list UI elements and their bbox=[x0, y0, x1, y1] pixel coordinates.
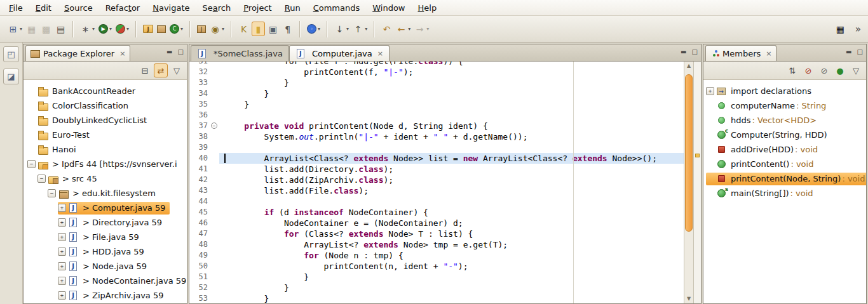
tree-item[interactable]: +J> ZipArchiv.java 59 bbox=[24, 288, 187, 303]
overview-ruler[interactable] bbox=[693, 62, 701, 303]
code-text[interactable]: private void printContent(Node d, String… bbox=[219, 121, 684, 131]
hide-static-button[interactable]: ⊘ bbox=[817, 63, 831, 77]
collapse-all-button[interactable]: ⊟ bbox=[138, 63, 152, 77]
maximize-button[interactable]: □ bbox=[692, 48, 698, 55]
hide-nonpublic-button[interactable]: ● bbox=[833, 63, 847, 77]
maximize-button[interactable]: □ bbox=[178, 48, 184, 55]
code-text[interactable]: } bbox=[219, 293, 684, 303]
perspective-button[interactable]: ▦ bbox=[834, 22, 847, 36]
expand-expander-icon[interactable]: + bbox=[706, 87, 714, 95]
dropdown-caret-icon[interactable]: ▾ bbox=[408, 26, 410, 32]
view-menu-button[interactable]: ▽ bbox=[170, 63, 184, 77]
code-text[interactable]: printContent(n, ident + "-"); bbox=[219, 261, 684, 272]
code-text[interactable]: for (Node n : tmp) { bbox=[219, 250, 684, 261]
minimize-button[interactable]: ▬ bbox=[846, 48, 851, 55]
fast-view-button[interactable]: ◪ bbox=[3, 69, 19, 84]
menu-refactor[interactable]: Refactor bbox=[99, 1, 147, 15]
menu-help[interactable]: Help bbox=[412, 1, 444, 15]
next-annotation-button[interactable]: ↓▾ bbox=[333, 22, 350, 36]
tree-item[interactable]: +J> File.java 59 bbox=[24, 230, 187, 244]
dropdown-caret-icon[interactable]: ▾ bbox=[426, 26, 429, 32]
member-item[interactable]: +import declarations bbox=[703, 84, 866, 98]
member-item[interactable]: cComputer(String, HDD) bbox=[703, 128, 866, 142]
scroll-up-arrow-icon[interactable]: ▲ bbox=[684, 62, 693, 70]
tree-item[interactable]: −> IpdFs 44 [https://svnserver.i bbox=[24, 157, 187, 171]
collapse-expander-icon[interactable]: − bbox=[48, 189, 56, 197]
block-selection-button[interactable]: ▣ bbox=[266, 22, 280, 36]
code-text[interactable] bbox=[219, 110, 684, 121]
member-item[interactable]: computerName : String bbox=[703, 98, 866, 113]
back-button[interactable]: ←▾ bbox=[395, 22, 412, 36]
collapse-fold-icon[interactable]: − bbox=[211, 122, 217, 129]
tree-item[interactable]: +J> Directory.java 59 bbox=[24, 215, 187, 230]
dropdown-caret-icon[interactable]: ▾ bbox=[109, 26, 112, 32]
code-text[interactable]: } bbox=[219, 77, 684, 88]
menu-source[interactable]: Source bbox=[58, 1, 99, 15]
code-text[interactable]: list.add(Directory.class); bbox=[219, 164, 684, 175]
package-explorer-tab[interactable]: Package Explorer × bbox=[25, 45, 130, 61]
scrollbar-thumb[interactable] bbox=[685, 74, 693, 232]
minimize-button[interactable]: ▬ bbox=[166, 48, 172, 55]
member-item[interactable]: smain(String[]) : void bbox=[703, 186, 866, 201]
print-button[interactable]: ▤ bbox=[54, 22, 67, 36]
menu-run[interactable]: Run bbox=[278, 1, 307, 15]
tree-item[interactable]: +J> NodeContainer.java 59 bbox=[24, 274, 187, 288]
collapse-expander-icon[interactable]: − bbox=[27, 160, 36, 168]
restore-trimmed-view-button[interactable]: ◰ bbox=[3, 46, 19, 62]
tree-item[interactable]: +J> HDD.java 59 bbox=[24, 244, 187, 259]
member-item[interactable]: printContent(Node, String) : void bbox=[703, 171, 866, 186]
expand-expander-icon[interactable]: + bbox=[58, 248, 66, 256]
java-search-button[interactable]: ◉▾ bbox=[208, 22, 226, 36]
dropdown-caret-icon[interactable]: ▾ bbox=[180, 26, 183, 32]
tree-item[interactable]: ColorClassification bbox=[24, 98, 187, 113]
forward-button[interactable]: →▾ bbox=[413, 22, 430, 36]
expand-expander-icon[interactable]: + bbox=[58, 291, 66, 300]
new-java-project-button[interactable]: J bbox=[142, 23, 154, 35]
tree-item[interactable]: −> src 45 bbox=[24, 171, 187, 186]
external-tools-button[interactable]: ∗▾ bbox=[79, 22, 96, 36]
code-text[interactable]: ArrayList<? extends Node> tmp = e.get(T)… bbox=[219, 239, 684, 250]
code-text[interactable]: list.add(File.class); bbox=[219, 185, 684, 196]
code-text[interactable]: if (d instanceof NodeContainer) { bbox=[219, 207, 684, 218]
dropdown-caret-icon[interactable]: ▾ bbox=[346, 26, 349, 32]
dropdown-caret-icon[interactable]: ▾ bbox=[126, 26, 129, 32]
menu-window[interactable]: Window bbox=[366, 1, 411, 15]
code-text[interactable]: for (Class<? extends Node> T : list) { bbox=[219, 228, 684, 239]
code-text[interactable]: for (File f : hdd.get(File.class)) { bbox=[219, 62, 684, 67]
code-text[interactable] bbox=[219, 196, 684, 207]
view-menu-button[interactable]: ▽ bbox=[849, 63, 863, 77]
menu-project[interactable]: Project bbox=[237, 1, 278, 15]
tree-item[interactable]: Hanoi bbox=[24, 142, 187, 157]
dropdown-caret-icon[interactable]: ▾ bbox=[222, 26, 224, 32]
code-text[interactable]: } bbox=[219, 272, 684, 282]
expand-expander-icon[interactable]: + bbox=[58, 277, 66, 285]
member-item[interactable]: addDrive(HDD) : void bbox=[703, 142, 866, 157]
code-text[interactable] bbox=[219, 142, 684, 153]
menu-commands[interactable]: Commands bbox=[307, 1, 367, 15]
menu-edit[interactable]: Edit bbox=[29, 1, 58, 15]
externalize-strings-button[interactable]: K bbox=[237, 22, 250, 36]
tree-item[interactable]: Euro-Test bbox=[24, 128, 187, 142]
members-tab[interactable]: Members × bbox=[705, 45, 776, 61]
expand-expander-icon[interactable]: + bbox=[58, 262, 66, 270]
dropdown-caret-icon[interactable]: ▾ bbox=[20, 26, 22, 32]
coverage-button[interactable]: ▾ bbox=[114, 22, 130, 36]
link-with-editor-button[interactable]: ⇄ bbox=[154, 63, 168, 77]
tree-item[interactable]: BankAccountReader bbox=[24, 84, 187, 98]
run-button[interactable]: ▶▾ bbox=[97, 22, 113, 36]
scroll-down-arrow-icon[interactable]: ▼ bbox=[684, 294, 693, 303]
code-text[interactable]: printContent(f, "|-"); bbox=[219, 67, 684, 77]
editor-vertical-scrollbar[interactable]: ▲ ▼ bbox=[684, 62, 693, 303]
menu-file[interactable]: File bbox=[3, 1, 29, 15]
member-item[interactable]: printContent() : void bbox=[703, 157, 866, 171]
expand-expander-icon[interactable]: + bbox=[58, 218, 66, 227]
code-text[interactable]: } bbox=[219, 282, 684, 293]
dropdown-caret-icon[interactable]: ▾ bbox=[92, 26, 95, 32]
hide-fields-button[interactable]: ⊘ bbox=[801, 63, 815, 77]
tree-item[interactable]: DoublyLinkedCyclicList bbox=[24, 113, 187, 128]
code-text[interactable]: list.add(ZipArchiv.class); bbox=[219, 175, 684, 185]
code-text[interactable]: } bbox=[219, 88, 684, 99]
menu-navigate[interactable]: Navigate bbox=[146, 1, 196, 15]
close-icon[interactable]: × bbox=[377, 50, 383, 58]
expand-expander-icon[interactable]: + bbox=[58, 233, 66, 241]
